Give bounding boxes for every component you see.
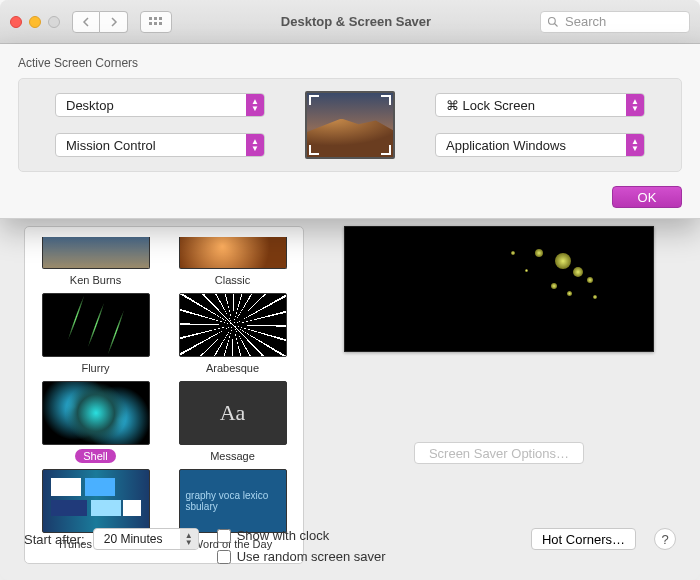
- zoom-window[interactable]: [48, 16, 60, 28]
- back-button[interactable]: [72, 11, 100, 33]
- corner-mark-tr-icon: [381, 95, 391, 105]
- show-with-clock-checkbox[interactable]: Show with clock: [217, 528, 513, 543]
- start-after-select[interactable]: 20 Minutes ▲▼: [93, 528, 199, 550]
- screensaver-thumb: [42, 293, 150, 357]
- use-random-input[interactable]: [217, 550, 231, 564]
- screensaver-label: Message: [202, 449, 263, 463]
- chevron-left-icon: [81, 17, 91, 27]
- bottom-bar: Start after: 20 Minutes ▲▼ Show with clo…: [24, 528, 676, 564]
- screensaver-thumb: [42, 237, 150, 269]
- screensaver-list[interactable]: Ken BurnsClassicFlurryArabesqueShellAaMe…: [24, 226, 304, 564]
- screensaver-thumb: [179, 293, 287, 357]
- corner-top-right-select[interactable]: ⌘ Lock Screen ▲▼: [435, 93, 645, 117]
- screensaver-label: Flurry: [73, 361, 117, 375]
- screensaver-options-button[interactable]: Screen Saver Options…: [414, 442, 584, 464]
- screensaver-label: Classic: [207, 273, 258, 287]
- svg-rect-2: [159, 17, 162, 20]
- forward-button[interactable]: [100, 11, 128, 33]
- window-controls: [10, 16, 60, 28]
- screensaver-thumb: Aa: [179, 381, 287, 445]
- preview-art: [475, 247, 615, 317]
- svg-rect-4: [154, 22, 157, 25]
- minimize-window[interactable]: [29, 16, 41, 28]
- svg-rect-5: [159, 22, 162, 25]
- svg-rect-1: [154, 17, 157, 20]
- svg-line-7: [555, 23, 558, 26]
- corner-mark-bl-icon: [309, 145, 319, 155]
- window-title: Desktop & Screen Saver: [180, 14, 532, 29]
- right-pane: Screen Saver Options…: [322, 226, 676, 564]
- screensaver-item[interactable]: Classic: [172, 237, 293, 287]
- checkbox-group: Show with clock Use random screen saver: [217, 528, 513, 564]
- corner-bottom-left-value: Mission Control: [66, 138, 156, 153]
- sheet-title: Active Screen Corners: [18, 56, 682, 70]
- corner-mark-br-icon: [381, 145, 391, 155]
- show-all-button[interactable]: [140, 11, 172, 33]
- screensaver-item[interactable]: Flurry: [35, 293, 156, 375]
- screensaver-thumb: [42, 381, 150, 445]
- nav-buttons: [72, 11, 128, 33]
- corner-top-right-value: ⌘ Lock Screen: [446, 98, 535, 113]
- corner-bottom-right-value: Application Windows: [446, 138, 566, 153]
- corner-bottom-right-select[interactable]: Application Windows ▲▼: [435, 133, 645, 157]
- ok-button[interactable]: OK: [612, 186, 682, 208]
- updown-icon: ▲▼: [626, 94, 644, 116]
- corner-top-left-value: Desktop: [66, 98, 114, 113]
- search-icon: [547, 16, 559, 28]
- svg-rect-0: [149, 17, 152, 20]
- svg-point-6: [549, 17, 556, 24]
- screensaver-label: Shell: [75, 449, 115, 463]
- start-after-value: 20 Minutes: [104, 532, 163, 546]
- preferences-window: Desktop & Screen Saver Search Ken BurnsC…: [0, 0, 700, 580]
- screensaver-label: Ken Burns: [62, 273, 129, 287]
- screensaver-item[interactable]: Arabesque: [172, 293, 293, 375]
- show-with-clock-label: Show with clock: [237, 528, 329, 543]
- search-field[interactable]: Search: [540, 11, 690, 33]
- start-after-group: Start after: 20 Minutes ▲▼: [24, 528, 199, 550]
- titlebar: Desktop & Screen Saver Search: [0, 0, 700, 44]
- help-button[interactable]: ?: [654, 528, 676, 550]
- corner-top-left-select[interactable]: Desktop ▲▼: [55, 93, 265, 117]
- corner-mark-tl-icon: [309, 95, 319, 105]
- close-window[interactable]: [10, 16, 22, 28]
- screensaver-item[interactable]: Ken Burns: [35, 237, 156, 287]
- use-random-label: Use random screen saver: [237, 549, 386, 564]
- updown-icon: ▲▼: [626, 134, 644, 156]
- desktop-thumbnail: [305, 91, 395, 159]
- start-after-label: Start after:: [24, 532, 85, 547]
- corner-bottom-left-select[interactable]: Mission Control ▲▼: [55, 133, 265, 157]
- hot-corners-sheet: Active Screen Corners Desktop ▲▼ ⌘ Lock …: [0, 44, 700, 219]
- grid-icon: [149, 17, 163, 27]
- updown-icon: ▲▼: [180, 529, 198, 549]
- screensaver-item[interactable]: AaMessage: [172, 381, 293, 463]
- search-placeholder: Search: [565, 14, 606, 29]
- use-random-checkbox[interactable]: Use random screen saver: [217, 549, 513, 564]
- updown-icon: ▲▼: [246, 94, 264, 116]
- chevron-right-icon: [109, 17, 119, 27]
- hot-corners-button[interactable]: Hot Corners…: [531, 528, 636, 550]
- sheet-footer: OK: [18, 186, 682, 208]
- main-area: Ken BurnsClassicFlurryArabesqueShellAaMe…: [0, 44, 700, 580]
- screensaver-label: Arabesque: [198, 361, 267, 375]
- updown-icon: ▲▼: [246, 134, 264, 156]
- screensaver-thumb: [179, 237, 287, 269]
- hot-corners-grid: Desktop ▲▼ ⌘ Lock Screen ▲▼ Mission Cont…: [18, 78, 682, 172]
- show-with-clock-input[interactable]: [217, 529, 231, 543]
- screensaver-thumb: [42, 469, 150, 533]
- svg-rect-3: [149, 22, 152, 25]
- screensaver-item[interactable]: Shell: [35, 381, 156, 463]
- screensaver-thumb: graphy voca lexico sbulary: [179, 469, 287, 533]
- screensaver-preview: [344, 226, 654, 352]
